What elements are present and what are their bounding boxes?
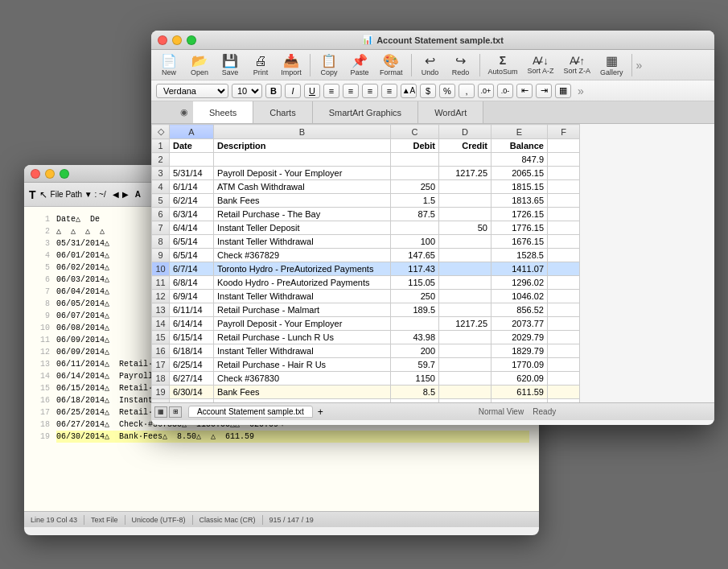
- cell-6a[interactable]: 6/3/14: [170, 208, 214, 221]
- format-more-icon[interactable]: »: [578, 85, 584, 97]
- cell-20d[interactable]: [439, 399, 492, 403]
- cell-20e[interactable]: [492, 399, 548, 403]
- cell-19d[interactable]: [439, 386, 492, 399]
- cell-4e[interactable]: 1815.15: [492, 180, 548, 194]
- cell-11a[interactable]: 6/8/14: [170, 276, 214, 290]
- ss-minimize-button[interactable]: [172, 35, 182, 45]
- cell-6f[interactable]: [548, 208, 580, 221]
- cell-9a[interactable]: 6/5/14: [170, 249, 214, 262]
- cell-3f[interactable]: [548, 167, 580, 180]
- cell-8e[interactable]: 1676.15: [492, 235, 548, 249]
- outdent-button[interactable]: ⇥: [536, 84, 552, 98]
- cell-15f[interactable]: [548, 331, 580, 344]
- cell-15e[interactable]: 2029.79: [492, 331, 548, 344]
- cell-7b[interactable]: Instant Teller Deposit: [214, 221, 391, 235]
- cell-13d[interactable]: [439, 303, 492, 317]
- cell-8d[interactable]: [439, 235, 492, 249]
- maximize-button[interactable]: [60, 169, 69, 179]
- italic-button[interactable]: I: [285, 84, 301, 98]
- decimal-dec-button[interactable]: .0-: [497, 84, 513, 98]
- cell-14c[interactable]: [391, 317, 439, 331]
- ss-close-button[interactable]: [158, 35, 167, 45]
- cell-1b[interactable]: Description: [214, 139, 391, 153]
- cell-16c[interactable]: 200: [391, 344, 439, 358]
- cell-14a[interactable]: 6/14/14: [170, 317, 214, 331]
- cell-3c[interactable]: [391, 167, 439, 180]
- percent-button[interactable]: %: [439, 84, 455, 98]
- underline-button[interactable]: U: [304, 84, 320, 98]
- cell-5f[interactable]: [548, 194, 580, 208]
- cell-18c[interactable]: 1150: [391, 372, 439, 386]
- cell-17e[interactable]: 1770.09: [492, 358, 548, 372]
- col-header-a[interactable]: A: [170, 125, 214, 139]
- cell-8a[interactable]: 6/5/14: [170, 235, 214, 249]
- bold-button[interactable]: B: [265, 84, 282, 98]
- font-size-selector[interactable]: 10: [232, 84, 262, 98]
- cell-11f[interactable]: [548, 276, 580, 290]
- cell-4f[interactable]: [548, 180, 580, 194]
- cell-12c[interactable]: 250: [391, 290, 439, 303]
- cell-6b[interactable]: Retail Purchase - The Bay: [214, 208, 391, 221]
- cell-13f[interactable]: [548, 303, 580, 317]
- save-button[interactable]: 💾 Save: [216, 52, 245, 78]
- redo-button[interactable]: ↪ Redo: [446, 52, 475, 78]
- cell-5a[interactable]: 6/2/14: [170, 194, 214, 208]
- cell-16f[interactable]: [548, 344, 580, 358]
- nav-right-icon[interactable]: ▶: [122, 190, 129, 199]
- cell-15a[interactable]: 6/15/14: [170, 331, 214, 344]
- cell-19f[interactable]: [548, 386, 580, 399]
- import-button[interactable]: 📥 Import: [277, 52, 306, 78]
- cell-10e[interactable]: 1411.07: [492, 262, 548, 276]
- cell-15b[interactable]: Retail Purchase - Lunch R Us: [214, 331, 391, 344]
- cell-5c[interactable]: 1.5: [391, 194, 439, 208]
- cell-17a[interactable]: 6/25/14: [170, 358, 214, 372]
- cell-14d[interactable]: 1217.25: [439, 317, 492, 331]
- cell-8f[interactable]: [548, 235, 580, 249]
- cell-2e[interactable]: 847.9: [492, 153, 548, 167]
- cell-11c[interactable]: 115.05: [391, 276, 439, 290]
- cell-16b[interactable]: Instant Teller Withdrawal: [214, 344, 391, 358]
- tab-smartart[interactable]: SmartArt Graphics: [313, 101, 418, 123]
- cell-2c[interactable]: [391, 153, 439, 167]
- cell-11b[interactable]: Koodo Hydro - PreAutorized Payments: [214, 276, 391, 290]
- gallery-button[interactable]: ▦ Gallery: [596, 52, 627, 78]
- cell-20a[interactable]: [170, 399, 214, 403]
- cell-6d[interactable]: [439, 208, 492, 221]
- cell-5b[interactable]: Bank Fees: [214, 194, 391, 208]
- nav-arrow-left[interactable]: ◉: [175, 101, 193, 123]
- col-header-e[interactable]: E: [492, 125, 548, 139]
- cell-18e[interactable]: 620.09: [492, 372, 548, 386]
- cell-12e[interactable]: 1046.02: [492, 290, 548, 303]
- cell-12a[interactable]: 6/9/14: [170, 290, 214, 303]
- cell-17d[interactable]: [439, 358, 492, 372]
- open-button[interactable]: 📂 Open: [185, 52, 214, 78]
- cell-10a[interactable]: 6/7/14: [170, 262, 214, 276]
- cell-11d[interactable]: [439, 276, 492, 290]
- autosum-button[interactable]: Σ AutoSum: [484, 52, 522, 77]
- currency-button[interactable]: $: [420, 84, 436, 98]
- cell-18f[interactable]: [548, 372, 580, 386]
- new-button[interactable]: 📄 New: [154, 52, 183, 78]
- file-path[interactable]: File Path ▼ : ~/: [51, 190, 106, 199]
- cell-13e[interactable]: 856.52: [492, 303, 548, 317]
- cell-10f[interactable]: [548, 262, 580, 276]
- add-sheet-icon[interactable]: +: [318, 406, 323, 418]
- comma-button[interactable]: ,: [459, 84, 475, 98]
- cell-7f[interactable]: [548, 221, 580, 235]
- cell-19e[interactable]: 611.59: [492, 386, 548, 399]
- cell-3b[interactable]: Payroll Deposit - Your Employer: [214, 167, 391, 180]
- cell-4c[interactable]: 250: [391, 180, 439, 194]
- align-center-button[interactable]: ≡: [343, 84, 359, 98]
- tab-sheets[interactable]: Sheets: [193, 101, 253, 123]
- cell-10d[interactable]: [439, 262, 492, 276]
- cell-19b[interactable]: Bank Fees: [214, 386, 391, 399]
- cell-20b[interactable]: [214, 399, 391, 403]
- border-button[interactable]: ▦: [555, 84, 571, 98]
- cell-1f[interactable]: [548, 139, 580, 153]
- cell-1d[interactable]: Credit: [439, 139, 492, 153]
- cell-19a[interactable]: 6/30/14: [170, 386, 214, 399]
- copy-button[interactable]: 📋 Copy: [315, 52, 343, 78]
- col-header-b[interactable]: B: [214, 125, 391, 139]
- cell-9c[interactable]: 147.65: [391, 249, 439, 262]
- cell-9b[interactable]: Check #367829: [214, 249, 391, 262]
